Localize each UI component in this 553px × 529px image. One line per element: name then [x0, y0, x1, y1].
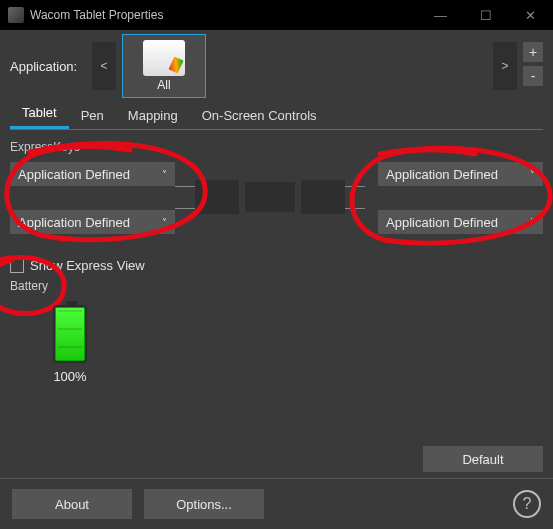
app-add-remove: + -: [523, 42, 543, 90]
tab-pen[interactable]: Pen: [69, 104, 116, 129]
application-row: Application: < All > + -: [10, 36, 543, 96]
tabs: Tablet Pen Mapping On-Screen Controls: [10, 102, 543, 130]
default-button[interactable]: Default: [423, 446, 543, 472]
diagram-left: [195, 180, 239, 214]
window-root: Wacom Tablet Properties — ☐ ✕ Applicatio…: [0, 0, 553, 529]
app-tile-caption: All: [157, 78, 170, 92]
tab-mapping[interactable]: Mapping: [116, 104, 190, 129]
default-row: Default: [10, 416, 543, 472]
titlebar: Wacom Tablet Properties — ☐ ✕: [0, 0, 553, 30]
application-label: Application:: [10, 59, 90, 74]
diagram-line: [175, 208, 195, 209]
tab-on-screen-controls[interactable]: On-Screen Controls: [190, 104, 329, 129]
all-apps-icon: [143, 40, 185, 76]
battery-heading: Battery: [10, 279, 543, 293]
minimize-button[interactable]: —: [418, 0, 463, 30]
ek-left-2-dropdown[interactable]: Application Defined ˅: [10, 210, 175, 234]
diagram-mid: [245, 182, 295, 212]
expresskeys-area: Application Defined ˅ Application Define…: [10, 160, 543, 250]
battery-percent: 100%: [53, 369, 86, 384]
chevron-down-icon: ˅: [530, 217, 535, 228]
ek-left-1-label: Application Defined: [18, 167, 130, 182]
battery-display: 100%: [10, 305, 130, 384]
app-prev-button[interactable]: <: [92, 42, 116, 90]
show-express-row: Show Express View: [10, 258, 543, 273]
content-area: Application: < All > + - Tablet Pen Mapp…: [0, 30, 553, 478]
app-remove-button[interactable]: -: [523, 66, 543, 86]
app-tile-all[interactable]: All: [122, 34, 206, 98]
about-button[interactable]: About: [12, 489, 132, 519]
app-icon: [8, 7, 24, 23]
window-title: Wacom Tablet Properties: [30, 8, 163, 22]
diagram-line: [345, 186, 365, 187]
ek-right-2-dropdown[interactable]: Application Defined ˅: [378, 210, 543, 234]
diagram-line: [175, 186, 195, 187]
expresskeys-left: Application Defined ˅ Application Define…: [10, 162, 175, 234]
app-next-button[interactable]: >: [493, 42, 517, 90]
close-button[interactable]: ✕: [508, 0, 553, 30]
options-button[interactable]: Options...: [144, 489, 264, 519]
diagram-right: [301, 180, 345, 214]
ek-right-2-label: Application Defined: [386, 215, 498, 230]
help-button[interactable]: ?: [513, 490, 541, 518]
expresskeys-right: Application Defined ˅ Application Define…: [378, 162, 543, 234]
chevron-down-icon: ˅: [162, 169, 167, 180]
tab-tablet[interactable]: Tablet: [10, 101, 69, 129]
maximize-button[interactable]: ☐: [463, 0, 508, 30]
ek-left-1-dropdown[interactable]: Application Defined ˅: [10, 162, 175, 186]
chevron-down-icon: ˅: [530, 169, 535, 180]
battery-icon: [53, 305, 87, 363]
diagram-line: [345, 208, 365, 209]
chevron-down-icon: ˅: [162, 217, 167, 228]
app-add-button[interactable]: +: [523, 42, 543, 62]
show-express-checkbox[interactable]: [10, 259, 24, 273]
ek-right-1-label: Application Defined: [386, 167, 498, 182]
footer: About Options... ?: [0, 478, 553, 529]
expresskeys-heading: ExpressKeys: [10, 140, 543, 154]
tablet-diagram: [195, 168, 345, 226]
ek-left-2-label: Application Defined: [18, 215, 130, 230]
show-express-label: Show Express View: [30, 258, 145, 273]
ek-right-1-dropdown[interactable]: Application Defined ˅: [378, 162, 543, 186]
